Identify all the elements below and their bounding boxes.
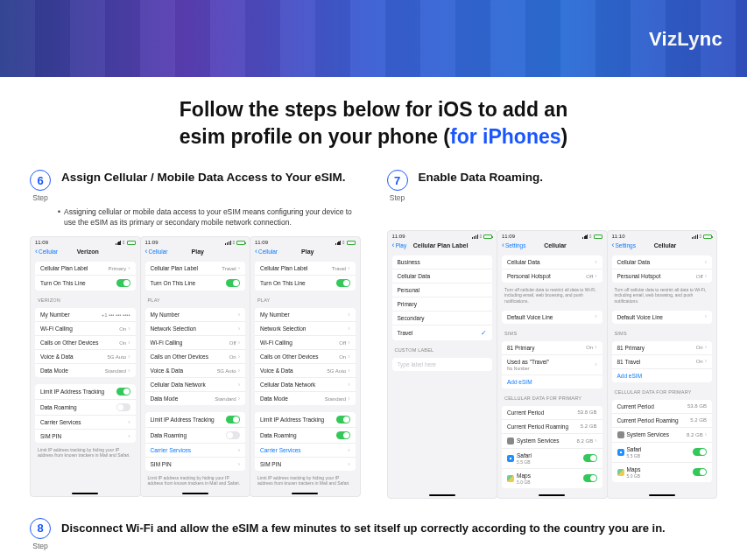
add-esim-button[interactable]: Add eSIM — [507, 379, 532, 385]
step-8: 8 Step Disconnect Wi-Fi and allow the eS… — [0, 506, 747, 550]
step6-phones: 11:09􀙇 CellularVerizon Cellular Plan Lab… — [30, 236, 361, 497]
step7-phones: 11:09􀙇 PlayCellular Plan Label Business … — [387, 230, 718, 499]
phone-6b: 11:09􀙇 CellularPlay Cellular Plan LabelT… — [140, 236, 251, 497]
safari-icon — [507, 455, 514, 462]
step-number: 8 — [30, 518, 51, 539]
safari-icon — [617, 449, 624, 456]
steps-row: 6 Step Assign Cellular / Mobile Data Acc… — [0, 154, 747, 506]
step-title: Disconnect Wi-Fi and allow the eSIM a fe… — [61, 518, 666, 536]
step-title: Assign Cellular / Mobile Data Access to … — [61, 170, 346, 186]
check-icon: ✓ — [481, 329, 487, 337]
custom-label-input[interactable]: Type label here — [392, 358, 493, 371]
step-number: 7 — [387, 170, 408, 191]
brand-logo: VizLync — [649, 28, 722, 51]
phone-7a: 11:09􀙇 PlayCellular Plan Label Business … — [387, 230, 498, 499]
maps-icon — [507, 475, 514, 482]
step-6: 6 Step Assign Cellular / Mobile Data Acc… — [30, 170, 361, 499]
maps-icon — [617, 469, 624, 476]
page-title: Follow the steps below for iOS to add an… — [0, 77, 747, 154]
gear-icon — [507, 438, 514, 444]
hero-banner: VizLync — [0, 0, 747, 77]
phone-6c: 11:09􀙇 CellularPlay Cellular Plan LabelT… — [250, 236, 361, 497]
gear-icon — [617, 431, 624, 438]
phone-7b: 11:09􀙇 SettingsCellular Cellular Data› P… — [497, 230, 608, 499]
phone-7c: 11:10􀙇 SettingsCellular Cellular Data› P… — [607, 230, 718, 499]
step-number: 6 — [30, 170, 51, 191]
step-7: 7 Step Enable Data Roaming. 11:09􀙇 PlayC… — [387, 170, 718, 499]
step-description: Assigning cellular or mobile data access… — [58, 207, 361, 228]
phone-6a: 11:09􀙇 CellularVerizon Cellular Plan Lab… — [30, 236, 141, 497]
step-title: Enable Data Roaming. — [419, 170, 544, 186]
toggle[interactable] — [116, 279, 130, 287]
